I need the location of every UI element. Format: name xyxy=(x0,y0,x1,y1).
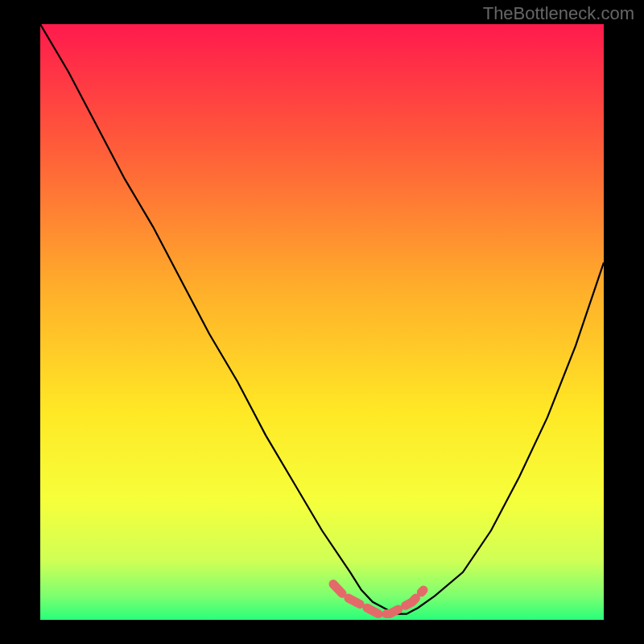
penalty-curve-path xyxy=(40,24,604,614)
attribution-text: TheBottleneck.com xyxy=(483,3,634,24)
curve-overlay xyxy=(40,24,604,620)
plot-frame xyxy=(40,24,604,620)
sweet-spot-path xyxy=(333,584,423,614)
